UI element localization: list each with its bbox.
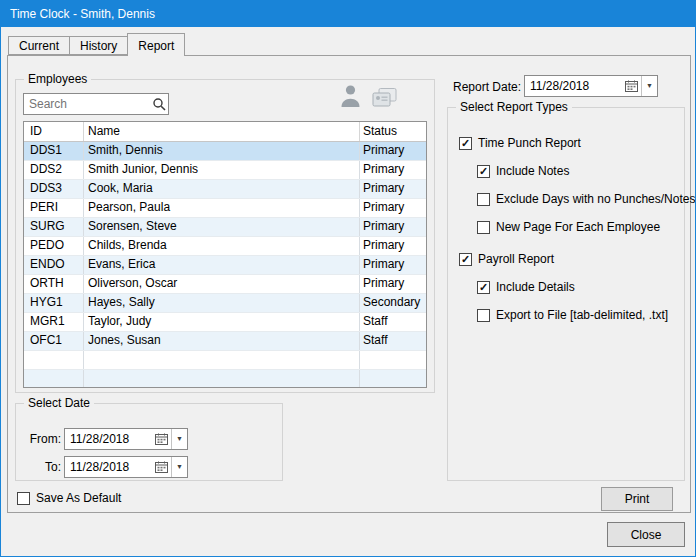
from-date-picker[interactable]: 11/28/2018 ▼ <box>64 428 188 450</box>
checkbox-unchecked-icon[interactable] <box>477 193 490 206</box>
cell-name <box>84 370 360 388</box>
search-icon[interactable] <box>150 97 168 111</box>
cell-id <box>24 351 84 369</box>
cell-status: Primary <box>360 275 426 293</box>
cell-name: Smith Junior, Dennis <box>84 161 360 179</box>
save-as-default-option[interactable]: Save As Default <box>17 490 121 506</box>
to-date-picker[interactable]: 11/28/2018 ▼ <box>64 456 188 478</box>
search-box <box>23 93 169 115</box>
cell-name: Smith, Dennis <box>84 142 360 160</box>
cell-status <box>360 351 426 369</box>
time-clock-dialog: Time Clock - Smith, Dennis Current Histo… <box>0 0 696 557</box>
checkbox-unchecked-icon[interactable] <box>477 221 490 234</box>
report-date-picker[interactable]: 11/28/2018 ▼ <box>524 75 658 97</box>
column-header-id: ID <box>24 122 84 141</box>
search-input[interactable] <box>24 97 150 111</box>
cell-name: Pearson, Paula <box>84 199 360 217</box>
report-option[interactable]: Exclude Days with no Punches/Notes <box>477 191 695 207</box>
report-option-label: New Page For Each Employee <box>496 220 660 234</box>
dropdown-arrow-icon[interactable]: ▼ <box>172 429 187 449</box>
report-option[interactable]: ✓Include Details <box>477 279 575 295</box>
checkbox-checked-icon[interactable]: ✓ <box>477 281 490 294</box>
cell-name: Sorensen, Steve <box>84 218 360 236</box>
column-header-name: Name <box>84 122 360 141</box>
table-row[interactable]: DDS3Cook, MariaPrimary <box>24 180 426 199</box>
cell-name: Hayes, Sally <box>84 294 360 312</box>
report-option-label: Time Punch Report <box>478 136 581 150</box>
table-row[interactable]: DDS2Smith Junior, DennisPrimary <box>24 161 426 180</box>
employees-group-label: Employees <box>24 72 91 86</box>
tab-strip: Current History Report <box>8 33 185 55</box>
table-row[interactable]: SURGSorensen, StevePrimary <box>24 218 426 237</box>
checkbox-unchecked-icon[interactable] <box>477 309 490 322</box>
table-row[interactable]: PERIPearson, PaulaPrimary <box>24 199 426 218</box>
report-option[interactable]: Export to File [tab-delimited, .txt] <box>477 307 668 323</box>
cell-status: Primary <box>360 180 426 198</box>
select-date-group-label: Select Date <box>24 396 94 410</box>
report-option-label: Exclude Days with no Punches/Notes <box>496 192 695 206</box>
cell-status: Staff <box>360 313 426 331</box>
cell-name: Cook, Maria <box>84 180 360 198</box>
cell-id: MGR1 <box>24 313 84 331</box>
column-header-status: Status <box>360 122 426 141</box>
table-row[interactable]: HYG1Hayes, SallySecondary <box>24 294 426 313</box>
cell-id: DDS2 <box>24 161 84 179</box>
cell-status: Staff <box>360 332 426 350</box>
report-option-label: Payroll Report <box>478 252 554 266</box>
save-as-default-label: Save As Default <box>36 491 121 505</box>
from-date-value: 11/28/2018 <box>65 432 152 446</box>
table-row[interactable]: PEDOChilds, BrendaPrimary <box>24 237 426 256</box>
cell-name <box>84 351 360 369</box>
cell-name: Jones, Susan <box>84 332 360 350</box>
report-option[interactable]: ✓Payroll Report <box>459 251 554 267</box>
report-date-label: Report Date: <box>453 80 521 94</box>
dropdown-arrow-icon[interactable]: ▼ <box>642 76 657 96</box>
cell-name: Childs, Brenda <box>84 237 360 255</box>
titlebar[interactable]: Time Clock - Smith, Dennis <box>1 1 695 27</box>
tab-history[interactable]: History <box>70 36 128 55</box>
cell-status: Primary <box>360 256 426 274</box>
checkbox-checked-icon[interactable]: ✓ <box>459 137 472 150</box>
cell-id: OFC1 <box>24 332 84 350</box>
cell-id: PEDO <box>24 237 84 255</box>
report-option[interactable]: ✓Include Notes <box>477 163 569 179</box>
cell-status: Primary <box>360 218 426 236</box>
table-row[interactable]: ORTHOliverson, OscarPrimary <box>24 275 426 294</box>
table-row <box>24 370 426 388</box>
report-option-label: Include Notes <box>496 164 569 178</box>
from-label: From: <box>27 432 61 446</box>
cell-name: Taylor, Judy <box>84 313 360 331</box>
calendar-icon <box>152 461 171 473</box>
dropdown-arrow-icon[interactable]: ▼ <box>172 457 187 477</box>
checkbox-checked-icon[interactable]: ✓ <box>459 253 472 266</box>
cell-status: Primary <box>360 237 426 255</box>
close-button[interactable]: Close <box>607 522 685 547</box>
tab-current[interactable]: Current <box>8 36 70 55</box>
employees-table: ID Name Status DDS1Smith, DennisPrimaryD… <box>23 121 427 388</box>
table-row[interactable]: ENDOEvans, EricaPrimary <box>24 256 426 275</box>
report-date-value: 11/28/2018 <box>525 79 622 93</box>
checkbox-checked-icon[interactable]: ✓ <box>477 165 490 178</box>
table-row[interactable]: DDS1Smith, DennisPrimary <box>24 142 426 161</box>
print-button[interactable]: Print <box>601 487 673 511</box>
employee-info-icon[interactable] <box>339 83 362 111</box>
cell-status <box>360 370 426 388</box>
cell-status: Primary <box>360 199 426 217</box>
checkbox-unchecked-icon[interactable] <box>17 492 30 505</box>
report-option[interactable]: ✓Time Punch Report <box>459 135 581 151</box>
table-row[interactable]: OFC1Jones, SusanStaff <box>24 332 426 351</box>
table-row[interactable]: MGR1Taylor, JudyStaff <box>24 313 426 332</box>
employees-table-body: DDS1Smith, DennisPrimaryDDS2Smith Junior… <box>24 142 426 388</box>
table-row <box>24 351 426 370</box>
table-header: ID Name Status <box>24 122 426 142</box>
report-option-label: Include Details <box>496 280 575 294</box>
cell-id: DDS3 <box>24 180 84 198</box>
report-option[interactable]: New Page For Each Employee <box>477 219 660 235</box>
report-option-label: Export to File [tab-delimited, .txt] <box>496 308 668 322</box>
calendar-icon <box>622 80 641 92</box>
to-date-value: 11/28/2018 <box>65 460 152 474</box>
cell-name: Oliverson, Oscar <box>84 275 360 293</box>
tab-report[interactable]: Report <box>127 33 185 56</box>
cell-status: Secondary <box>360 294 426 312</box>
employee-badge-icon[interactable] <box>371 87 398 112</box>
